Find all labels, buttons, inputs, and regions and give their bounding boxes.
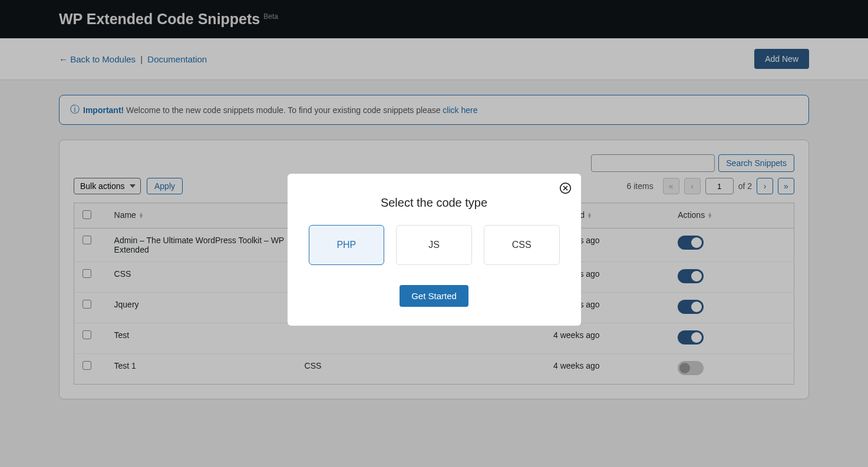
code-type-php[interactable]: PHP	[309, 225, 385, 265]
modal-title: Select the code type	[299, 196, 569, 210]
code-type-js[interactable]: JS	[396, 225, 472, 265]
code-type-modal: Select the code type PHPJSCSS Get Starte…	[288, 174, 581, 326]
code-type-css[interactable]: CSS	[484, 225, 560, 265]
close-icon[interactable]	[559, 182, 572, 196]
get-started-button[interactable]: Get Started	[400, 285, 468, 307]
modal-overlay[interactable]: Select the code type PHPJSCSS Get Starte…	[0, 0, 868, 414]
